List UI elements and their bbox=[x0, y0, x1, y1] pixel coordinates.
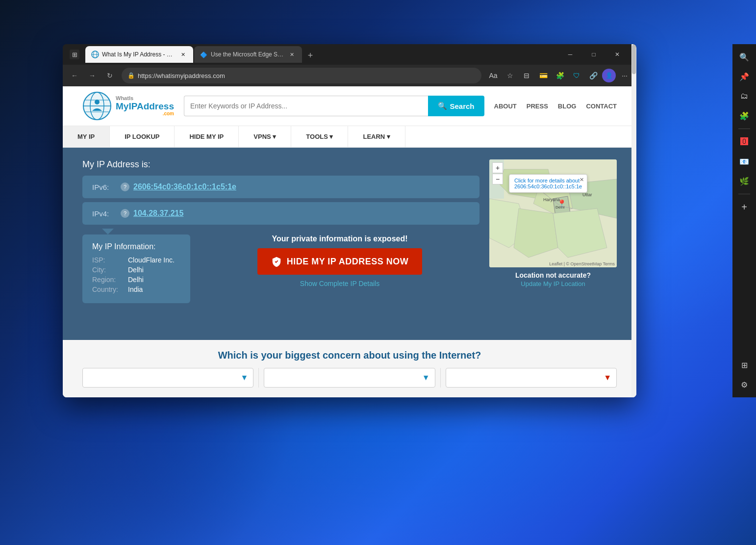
dropdown-3[interactable]: ▼ bbox=[446, 368, 617, 388]
city-value: Delhi bbox=[128, 266, 144, 274]
ip-box-arrow bbox=[102, 229, 114, 234]
close-button[interactable]: ✕ bbox=[606, 47, 629, 62]
ip-left-panel: My IP Address is: IPv6: ? 2606:54c0:36c0… bbox=[82, 159, 479, 303]
profile-button[interactable]: 👤 bbox=[602, 69, 616, 82]
isp-row: ISP: CloudFlare Inc. bbox=[92, 256, 180, 264]
site-header: WhatIs MyIPAddress .com 🔍 Search ABOUT P… bbox=[63, 86, 636, 126]
more-options-icon[interactable]: ··· bbox=[617, 68, 632, 83]
read-aloud-icon[interactable]: Aa bbox=[485, 68, 501, 83]
favorites-icon[interactable]: ☆ bbox=[502, 68, 518, 83]
sidebar-split-view-icon[interactable]: ⊞ bbox=[735, 356, 753, 374]
search-button[interactable]: 🔍 Search bbox=[428, 96, 484, 116]
back-button[interactable]: ← bbox=[67, 68, 82, 83]
ipv6-value[interactable]: 2606:54c0:36c0:1c0::1c5:1e bbox=[133, 182, 236, 191]
dropdown2-arrow-icon: ▼ bbox=[422, 373, 430, 382]
map-zoom-controls: + − bbox=[492, 162, 503, 184]
ipv4-value[interactable]: 104.28.37.215 bbox=[133, 209, 183, 218]
region-row: Region: Delhi bbox=[92, 276, 180, 284]
tab-2[interactable]: 🔷 Use the Microsoft Edge Secure N... ✕ bbox=[194, 46, 302, 63]
new-tab-button[interactable]: + bbox=[303, 48, 318, 63]
forward-button[interactable]: → bbox=[84, 68, 100, 83]
svg-text:🔷: 🔷 bbox=[200, 51, 207, 58]
address-bar[interactable]: 🔒 https://whatismyipaddress.com bbox=[122, 68, 481, 83]
dropdown1-arrow-icon: ▼ bbox=[240, 373, 248, 382]
window-controls: ─ □ ✕ bbox=[559, 47, 629, 62]
zoom-in-button[interactable]: + bbox=[492, 162, 503, 173]
tab1-close[interactable]: ✕ bbox=[178, 50, 187, 59]
ip-title: My IP Address is: bbox=[82, 159, 479, 170]
country-value: India bbox=[128, 285, 143, 293]
edge-security-icon[interactable]: 🛡 bbox=[569, 68, 584, 83]
extensions-icon[interactable]: 🧩 bbox=[552, 68, 568, 83]
sidebar-settings-icon[interactable]: ⚙ bbox=[735, 376, 753, 393]
nav-contact[interactable]: CONTACT bbox=[586, 103, 617, 110]
edge-sidebar: 🔍 📌 🗂 🧩 🅾 📧 🌿 + ⊞ ⚙ bbox=[732, 44, 756, 397]
region-label: Region: bbox=[92, 276, 124, 284]
show-complete-ip-details-link[interactable]: Show Complete IP Details bbox=[300, 280, 379, 287]
nav-about[interactable]: ABOUT bbox=[494, 103, 517, 110]
sidebar-divider-2 bbox=[738, 194, 750, 194]
tab1-title: What Is My IP Address - See You... bbox=[102, 51, 176, 58]
nav-vpns[interactable]: VPNS ▾ bbox=[239, 126, 291, 147]
browser-window: ⊞ What Is My IP Address - See You... ✕ 🔷… bbox=[63, 44, 636, 397]
share-icon[interactable]: 🔗 bbox=[585, 68, 601, 83]
map-popup-link[interactable]: Click for more details about 2606:54c0:3… bbox=[514, 178, 582, 189]
region-value: Delhi bbox=[128, 276, 144, 284]
exposed-text: Your private information is exposed! bbox=[272, 234, 407, 243]
ipv6-row: IPv6: ? 2606:54c0:36c0:1c0::1c5:1e bbox=[92, 182, 470, 191]
nav-press[interactable]: PRESS bbox=[527, 103, 548, 110]
isp-value: CloudFlare Inc. bbox=[128, 256, 175, 264]
dropdown-1[interactable]: ▼ bbox=[82, 368, 253, 388]
site-top-nav: ABOUT PRESS BLOG CONTACT bbox=[494, 103, 617, 110]
map-panel: Punjab Haryana Delhi Uttar 📍 + − bbox=[489, 159, 617, 303]
search-input[interactable] bbox=[184, 96, 428, 116]
sidebar-bottom: ⊞ ⚙ bbox=[735, 356, 753, 393]
sidebar-search-icon[interactable]: 🔍 bbox=[735, 48, 753, 66]
ip-info-section: My IP Information: ISP: CloudFlare Inc. … bbox=[82, 234, 479, 303]
sidebar-outlook-icon[interactable]: 📧 bbox=[735, 153, 753, 170]
site-logo[interactable]: WhatIs MyIPAddress .com bbox=[82, 91, 174, 121]
update-location-link[interactable]: Update My IP Location bbox=[521, 280, 585, 287]
search-icon: 🔍 bbox=[438, 102, 447, 110]
main-content-area: My IP Address is: IPv6: ? 2606:54c0:36c0… bbox=[63, 148, 636, 340]
zoom-out-button[interactable]: − bbox=[492, 174, 503, 184]
sidebar-collections-icon[interactable]: 🗂 bbox=[735, 87, 753, 105]
scrollbar[interactable] bbox=[631, 44, 636, 397]
refresh-button[interactable]: ↻ bbox=[102, 68, 118, 83]
map-popup-close[interactable]: ✕ bbox=[580, 177, 584, 183]
nav-learn[interactable]: LEARN ▾ bbox=[348, 126, 405, 147]
city-label: City: bbox=[92, 266, 124, 274]
tab-1[interactable]: What Is My IP Address - See You... ✕ bbox=[85, 46, 193, 63]
scrollbar-thumb[interactable] bbox=[632, 45, 636, 74]
hide-ip-button[interactable]: HIDE MY IP ADDRESS NOW bbox=[257, 248, 423, 275]
wallet-icon[interactable]: 💳 bbox=[535, 68, 551, 83]
svg-point-11 bbox=[95, 100, 100, 104]
sidebar-extensions-icon[interactable]: 🧩 bbox=[735, 107, 753, 125]
maximize-button[interactable]: □ bbox=[582, 47, 605, 62]
sidebar-tree-icon[interactable]: 🌿 bbox=[735, 172, 753, 190]
nav-my-ip[interactable]: MY IP bbox=[63, 126, 110, 147]
tab2-close[interactable]: ✕ bbox=[287, 50, 296, 59]
tab2-favicon: 🔷 bbox=[200, 51, 208, 58]
nav-blog[interactable]: BLOG bbox=[558, 103, 577, 110]
nav-hide-my-ip[interactable]: HIDE MY IP bbox=[175, 126, 239, 147]
ipv6-help-icon[interactable]: ? bbox=[121, 182, 129, 191]
location-not-accurate-text: Location not accurate? bbox=[489, 271, 617, 279]
dropdown-divider-2 bbox=[440, 368, 441, 388]
sidebar-pinned-icon[interactable]: 📌 bbox=[735, 68, 753, 85]
ip-info-title: My IP Information: bbox=[92, 242, 180, 251]
tab1-favicon bbox=[91, 51, 99, 58]
map-container[interactable]: Punjab Haryana Delhi Uttar 📍 + − bbox=[489, 159, 617, 267]
sidebar-add-icon[interactable]: + bbox=[735, 198, 753, 216]
collections-icon[interactable]: ⊟ bbox=[519, 68, 534, 83]
ip-section: My IP Address is: IPv6: ? 2606:54c0:36c0… bbox=[82, 159, 617, 303]
nav-ip-lookup[interactable]: IP LOOKUP bbox=[110, 126, 175, 147]
nav-tools[interactable]: TOOLS ▾ bbox=[291, 126, 348, 147]
bottom-title: Which is your biggest concern about usin… bbox=[82, 350, 617, 361]
sidebar-office-icon[interactable]: 🅾 bbox=[735, 133, 753, 151]
minimize-button[interactable]: ─ bbox=[559, 47, 581, 62]
search-bar-area: 🔍 Search bbox=[184, 96, 484, 116]
ipv6-label: IPv6: bbox=[92, 183, 117, 191]
dropdown-2[interactable]: ▼ bbox=[264, 368, 435, 388]
ipv4-help-icon[interactable]: ? bbox=[121, 209, 129, 218]
